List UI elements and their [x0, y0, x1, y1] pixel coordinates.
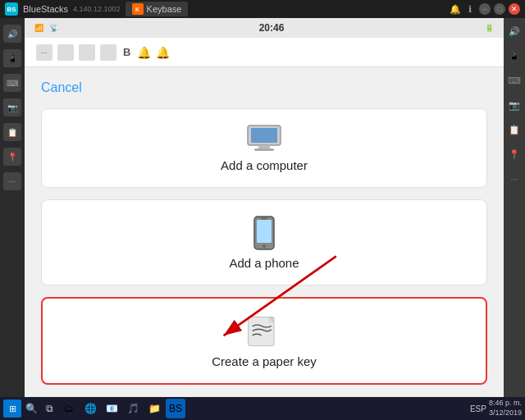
- nav-bell-2-icon[interactable]: 🔔: [156, 46, 170, 59]
- screen-content-wrapper: Cancel Add a computer: [25, 67, 504, 397]
- battery-icon: 🔋: [484, 22, 495, 34]
- windows-taskbar: ⊞ 🔍 ⧉ 🗂 🌐 📧 🎵 📁 BS ESP 8:46 p. m. 3/12/2…: [0, 397, 525, 420]
- title-bar-controls: 🔔 ℹ – □ ✕: [450, 3, 520, 15]
- taskbar-apps: 🗂 🌐 📧 🎵 📁 BS: [59, 399, 468, 418]
- keybase-tab[interactable]: K Keybase: [126, 2, 189, 16]
- taskbar-app-5[interactable]: 📁: [144, 399, 164, 418]
- info-icon[interactable]: ℹ: [464, 3, 476, 15]
- nav-dots-icon[interactable]: ···: [36, 44, 52, 61]
- phone-icon: [251, 215, 277, 251]
- right-sidebar: 🔊 📱 ⌨ 📷 📋 📍 ···: [504, 18, 525, 397]
- taskbar-app-4[interactable]: 🎵: [123, 399, 143, 418]
- create-paper-key-label: Create a paper key: [212, 354, 317, 368]
- sidebar-btn-6[interactable]: 📍: [3, 148, 21, 166]
- sidebar-btn-1[interactable]: 🔊: [3, 25, 21, 43]
- bs-more-icon[interactable]: ···: [506, 171, 523, 187]
- keybase-tab-icon: K: [132, 3, 144, 15]
- title-bar-left: BS BlueStacks 4.140.12.1002 K Keybase: [5, 2, 445, 16]
- nav-b-icon: B: [123, 46, 130, 58]
- bs-keyboard-icon[interactable]: ⌨: [506, 72, 523, 89]
- svg-rect-3: [254, 148, 274, 151]
- bs-clipboard-icon[interactable]: 📋: [506, 121, 523, 138]
- sidebar-btn-2[interactable]: 📱: [3, 49, 21, 67]
- svg-rect-1: [251, 128, 277, 143]
- bluestacks-window: BS BlueStacks 4.140.12.1002 K Keybase 🔔 …: [0, 0, 525, 420]
- nav-bell-1-icon[interactable]: 🔔: [137, 46, 151, 59]
- taskbar-app-1[interactable]: 🗂: [59, 399, 79, 418]
- add-phone-card[interactable]: Add a phone: [41, 199, 487, 285]
- sidebar-btn-3[interactable]: ⌨: [3, 74, 21, 92]
- taskbar-app-3[interactable]: 📧: [102, 399, 121, 418]
- nav-icon-1[interactable]: [57, 44, 74, 61]
- add-computer-label: Add a computer: [221, 158, 308, 172]
- add-phone-label: Add a phone: [229, 256, 299, 270]
- status-icons-left: 📶 📡: [33, 22, 59, 34]
- wifi-icon: 📡: [48, 22, 59, 34]
- svg-rect-5: [257, 220, 272, 243]
- bs-location-icon[interactable]: 📍: [506, 146, 523, 162]
- task-view-icon[interactable]: ⧉: [41, 400, 57, 417]
- bluestacks-title: BlueStacks: [23, 4, 68, 14]
- nav-icon-3[interactable]: [100, 44, 116, 61]
- keybase-tab-label: Keybase: [147, 4, 182, 14]
- bs-screen-icon[interactable]: 📱: [506, 48, 523, 64]
- screen-content: Cancel Add a computer: [25, 67, 504, 397]
- close-button[interactable]: ✕: [509, 3, 520, 15]
- left-sidebar: 🔊 📱 ⌨ 📷 📋 📍 ···: [0, 18, 25, 397]
- tray-language: ESP: [470, 404, 486, 413]
- computer-icon: [246, 124, 282, 153]
- main-area: 🔊 📱 ⌨ 📷 📋 📍 ··· 📶 📡 20:46 🔋: [0, 18, 525, 397]
- start-button[interactable]: ⊞: [3, 399, 21, 418]
- bs-version: 4.140.12.1002: [73, 5, 121, 13]
- svg-point-6: [262, 244, 266, 248]
- bs-camera-icon[interactable]: 📷: [506, 97, 523, 113]
- sidebar-btn-5[interactable]: 📋: [3, 123, 21, 141]
- svg-rect-2: [258, 145, 270, 148]
- paper-key-icon: [244, 313, 285, 349]
- search-taskbar-icon[interactable]: 🔍: [23, 400, 39, 417]
- status-icons-right: 🔋: [484, 22, 495, 34]
- title-bar: BS BlueStacks 4.140.12.1002 K Keybase 🔔 …: [0, 0, 525, 18]
- phone-status-bar: 📶 📡 20:46 🔋: [25, 18, 504, 38]
- tray-clock: 8:46 p. m. 3/12/2019: [489, 399, 522, 418]
- taskbar-app-bs[interactable]: BS: [166, 399, 185, 418]
- tray-date: 3/12/2019: [489, 409, 522, 418]
- sidebar-btn-4[interactable]: 📷: [3, 98, 21, 116]
- minimize-button[interactable]: –: [479, 3, 491, 15]
- signal-icon: 📶: [33, 22, 44, 34]
- status-time: 20:46: [259, 22, 285, 34]
- phone-screen: 📶 📡 20:46 🔋 ··· B 🔔 🔔: [25, 18, 504, 397]
- notification-icon[interactable]: 🔔: [450, 3, 461, 15]
- svg-rect-7: [261, 218, 267, 220]
- sidebar-btn-7[interactable]: ···: [3, 172, 21, 190]
- nav-icon-2[interactable]: [79, 44, 95, 61]
- keybase-app-bar: ··· B 🔔 🔔: [25, 38, 504, 67]
- cancel-link[interactable]: Cancel: [41, 80, 82, 95]
- bs-sound-icon[interactable]: 🔊: [506, 23, 523, 39]
- maximize-button[interactable]: □: [494, 3, 505, 15]
- tray-time: 8:46 p. m.: [489, 399, 522, 409]
- keybase-nav-icons: ··· B 🔔 🔔: [36, 44, 170, 61]
- create-paper-key-card[interactable]: Create a paper key: [41, 297, 487, 385]
- taskbar-app-2[interactable]: 🌐: [80, 399, 100, 418]
- bluestacks-logo: BS: [5, 2, 18, 16]
- add-computer-card[interactable]: Add a computer: [41, 108, 487, 188]
- taskbar-tray: ESP 8:46 p. m. 3/12/2019: [470, 399, 522, 418]
